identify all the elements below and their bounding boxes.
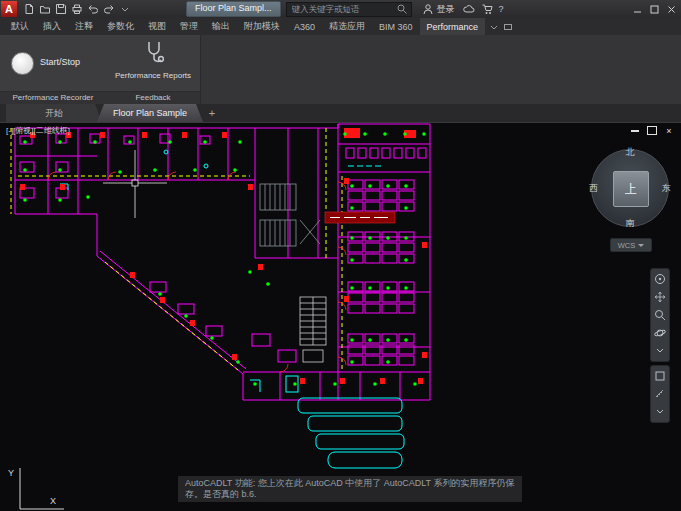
close-button[interactable] bbox=[664, 3, 679, 16]
ribbon-tab-insert[interactable]: 插入 bbox=[36, 18, 68, 35]
ribbon-tab-view[interactable]: 视图 bbox=[141, 18, 173, 35]
new-drawing-tab-button[interactable]: + bbox=[203, 104, 221, 122]
ribbon-tab-performance[interactable]: Performance bbox=[420, 18, 486, 35]
title-bar-misc-icons: ? bbox=[463, 3, 504, 15]
red-sign-board bbox=[325, 212, 395, 223]
ucs-y-label: Y bbox=[8, 468, 14, 478]
panel-performance-recorder: Start/Stop Performance Recorder bbox=[0, 35, 107, 104]
application-menu-button[interactable]: A bbox=[1, 1, 17, 17]
a360-cloud-icon[interactable] bbox=[463, 3, 475, 15]
panel-feedback: Performance Reports Feedback bbox=[106, 35, 201, 104]
door-arcs bbox=[48, 172, 346, 372]
red-tags bbox=[20, 128, 427, 384]
autocad-window: A Floor Plan Sampl... bbox=[0, 0, 681, 511]
ribbon-tab-default[interactable]: 默认 bbox=[4, 18, 36, 35]
ribbon-tab-annotate[interactable]: 注释 bbox=[68, 18, 100, 35]
cyan-highlight-shapes bbox=[60, 150, 404, 468]
wcs-dropdown[interactable]: WCS bbox=[610, 238, 652, 252]
viewcube-west[interactable]: 西 bbox=[589, 182, 598, 195]
viewcube-east[interactable]: 东 bbox=[662, 182, 671, 195]
drawing-restore-icon[interactable] bbox=[647, 126, 657, 135]
ribbon-state-dropdown-icon[interactable] bbox=[489, 18, 499, 35]
ucs-x-label: X bbox=[50, 496, 56, 506]
navbar-segment-top bbox=[650, 268, 670, 362]
drawing-window-controls: × bbox=[630, 126, 674, 135]
panel-title-performance-recorder[interactable]: Performance Recorder bbox=[0, 91, 106, 104]
ribbon-tab-manage[interactable]: 管理 bbox=[173, 18, 205, 35]
undo-icon[interactable] bbox=[86, 2, 100, 16]
core-stairs bbox=[260, 184, 320, 246]
pan-icon[interactable] bbox=[653, 290, 667, 304]
navbar-more-chevron-icon[interactable] bbox=[653, 405, 667, 419]
ribbon-tab-parametric[interactable]: 参数化 bbox=[100, 18, 141, 35]
save-icon[interactable] bbox=[54, 2, 68, 16]
viewcube-south[interactable]: 南 bbox=[626, 217, 635, 230]
document-title: Floor Plan Sampl... bbox=[186, 1, 281, 17]
new-file-icon[interactable] bbox=[22, 2, 36, 16]
user-icon bbox=[422, 3, 434, 15]
file-tab-start[interactable]: 开始 bbox=[6, 104, 102, 122]
ribbon-minimize-icon[interactable] bbox=[503, 18, 513, 35]
drawing-canvas[interactable]: Y X [-][俯视][二维线框] × 北 南 西 东 上 WCS bbox=[0, 122, 681, 511]
ribbon-tab-featured-apps[interactable]: 精选应用 bbox=[322, 18, 372, 35]
ribbon-body: Start/Stop Performance Recorder Performa… bbox=[0, 35, 681, 104]
ucs-icon: Y X bbox=[8, 468, 64, 509]
sign-in-label: 登录 bbox=[437, 3, 455, 16]
navigation-wheel-icon[interactable] bbox=[653, 272, 667, 286]
minimize-button[interactable] bbox=[630, 3, 645, 16]
redo-icon[interactable] bbox=[102, 2, 116, 16]
help-icon[interactable]: ? bbox=[499, 4, 504, 14]
navbar-segment-bottom bbox=[650, 365, 670, 423]
start-stop-label: Start/Stop bbox=[40, 57, 80, 67]
ribbon-tab-a360[interactable]: A360 bbox=[287, 18, 322, 35]
ribbon-tab-output[interactable]: 输出 bbox=[205, 18, 237, 35]
drawing-close-icon[interactable]: × bbox=[664, 126, 674, 135]
main-stair bbox=[300, 297, 326, 362]
crosshair-cursor bbox=[103, 150, 167, 218]
viewcube[interactable]: 北 南 西 东 上 bbox=[588, 146, 672, 230]
viewcube-top-face[interactable]: 上 bbox=[613, 171, 649, 207]
orbit-icon[interactable] bbox=[653, 326, 667, 340]
command-line-text-1: AutoCADLT 功能: 您上次在此 AutoCAD 中使用了 AutoCAD… bbox=[185, 478, 515, 489]
panel-title-feedback[interactable]: Feedback bbox=[106, 91, 200, 104]
viewcube-north[interactable]: 北 bbox=[626, 146, 635, 159]
start-stop-record-button[interactable] bbox=[11, 52, 34, 75]
navbar-chevron-icon[interactable] bbox=[653, 344, 667, 358]
file-tab-bar: 开始 Floor Plan Sample + bbox=[0, 104, 681, 123]
yellow-path-lines bbox=[11, 128, 342, 370]
measure-icon[interactable] bbox=[653, 387, 667, 401]
ribbon-tab-bar: 默认 插入 注释 参数化 视图 管理 输出 附加模块 A360 精选应用 BIM… bbox=[0, 18, 681, 35]
command-line-text-2: 存。是否真的 b.6. bbox=[185, 489, 515, 500]
wcs-label: WCS bbox=[618, 241, 636, 250]
maximize-button[interactable] bbox=[647, 3, 662, 16]
viewport-controls-label[interactable]: [-][俯视][二维线框] bbox=[6, 125, 70, 136]
ribbon-tab-bim360[interactable]: BIM 360 bbox=[372, 18, 420, 35]
file-tab-floor-plan-sample[interactable]: Floor Plan Sample bbox=[97, 104, 203, 122]
floor-plan-drawing[interactable]: Y X bbox=[0, 122, 681, 511]
ribbon-tab-addins[interactable]: 附加模块 bbox=[237, 18, 287, 35]
title-bar: A Floor Plan Sampl... bbox=[0, 0, 681, 18]
drawing-minimize-icon[interactable] bbox=[630, 126, 640, 135]
window-controls bbox=[630, 3, 679, 16]
open-file-icon[interactable] bbox=[38, 2, 52, 16]
qat-dropdown-icon[interactable] bbox=[118, 2, 132, 16]
exchange-apps-icon[interactable] bbox=[481, 3, 493, 15]
wcs-chevron-icon bbox=[638, 244, 644, 247]
navigation-bar bbox=[650, 268, 670, 426]
help-search-box[interactable] bbox=[286, 2, 412, 17]
command-line-overlay[interactable]: AutoCADLT 功能: 您上次在此 AutoCAD 中使用了 AutoCAD… bbox=[178, 476, 522, 502]
print-icon[interactable] bbox=[70, 2, 84, 16]
showmotion-icon[interactable] bbox=[653, 369, 667, 383]
quick-access-toolbar bbox=[22, 2, 132, 16]
performance-reports-button[interactable]: Performance Reports bbox=[106, 71, 200, 80]
wall-lines bbox=[15, 124, 430, 400]
sign-in-button[interactable]: 登录 bbox=[422, 3, 455, 16]
search-icon[interactable] bbox=[396, 3, 408, 15]
performance-reports-icon[interactable] bbox=[144, 40, 164, 70]
search-input[interactable] bbox=[290, 3, 396, 15]
zoom-icon[interactable] bbox=[653, 308, 667, 322]
